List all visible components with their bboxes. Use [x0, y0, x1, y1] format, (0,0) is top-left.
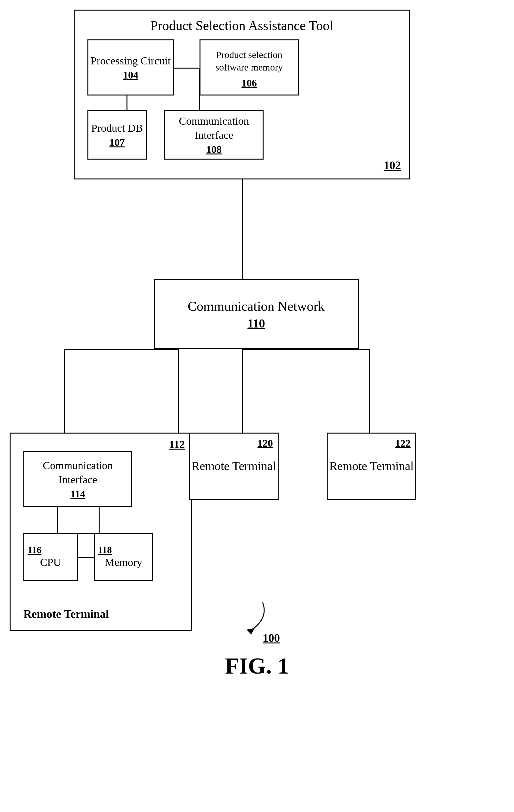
software-memory-number: 106 — [241, 77, 257, 89]
line-pc-to-db — [126, 95, 127, 110]
memory-label: Memory — [105, 555, 142, 570]
line-pc-to-ci-v — [199, 68, 200, 110]
line-ci108-to-network — [242, 179, 243, 279]
remote-terminal-122-box: 122 Remote Terminal — [327, 433, 416, 500]
line-ci114-to-mem — [99, 507, 99, 533]
product-db-box: Product DB 107 — [87, 110, 147, 160]
comm-interface-108-number: 108 — [206, 144, 222, 155]
line-net-left-v — [178, 349, 179, 433]
cpu-number: 116 — [28, 545, 41, 555]
comm-network-number: 110 — [247, 316, 265, 330]
tool-title: Product Selection Assistance Tool — [150, 18, 333, 33]
line-right-terminal-v — [369, 349, 370, 433]
product-db-label: Product DB — [91, 121, 143, 135]
software-memory-box: Product selection software memory 106 — [200, 39, 299, 95]
line-left-terminal-v — [64, 349, 65, 433]
comm-interface-108-box: Communication Interface 108 — [164, 110, 264, 160]
comm-interface-114-number: 114 — [70, 488, 85, 500]
product-db-number: 107 — [110, 137, 125, 148]
line-net-left-h — [64, 349, 178, 350]
rt122-label: Remote Terminal — [329, 458, 414, 474]
diagram: Product Selection Assistance Tool Proces… — [0, 0, 514, 705]
remote-terminal-120-box: 120 Remote Terminal — [189, 433, 279, 500]
svg-marker-0 — [247, 628, 254, 635]
comm-interface-114-box: Communication Interface 114 — [23, 451, 132, 507]
processing-circuit-label: Processing Circuit — [91, 54, 171, 68]
rt120-label: Remote Terminal — [191, 458, 276, 474]
line-net-right-h — [242, 349, 369, 350]
comm-interface-114-label: Communication Interface — [24, 459, 131, 487]
fig-label: FIG. 1 — [225, 653, 289, 679]
line-net-center-v — [242, 349, 243, 433]
line-sm-to-pc-h — [174, 68, 200, 68]
comm-interface-108-label: Communication Interface — [165, 114, 263, 142]
comm-network-box: Communication Network 110 — [154, 279, 359, 349]
memory-box: 118 Memory — [94, 533, 153, 581]
tool-outer-box: Product Selection Assistance Tool Proces… — [74, 10, 410, 179]
line-cpu-mem — [78, 557, 94, 558]
processing-circuit-box: Processing Circuit 104 — [87, 39, 174, 95]
ref-100-label: 100 — [263, 632, 280, 644]
software-memory-label: Product selection software memory — [201, 46, 298, 76]
comm-network-label: Communication Network — [188, 298, 325, 315]
cpu-box: 116 CPU — [23, 533, 78, 581]
line-ci114-to-cpu — [57, 507, 58, 533]
rt112-number: 112 — [169, 438, 185, 450]
tool-number: 102 — [384, 159, 401, 172]
processing-circuit-number: 104 — [123, 69, 138, 81]
rt120-number: 120 — [258, 437, 273, 449]
cpu-label: CPU — [40, 555, 61, 570]
memory-number: 118 — [98, 545, 112, 555]
rt122-number: 122 — [395, 437, 411, 449]
rt-left-bottom-label: Remote Terminal — [23, 608, 109, 620]
remote-terminal-left-outer: 112 Communication Interface 114 116 CPU … — [10, 433, 192, 631]
